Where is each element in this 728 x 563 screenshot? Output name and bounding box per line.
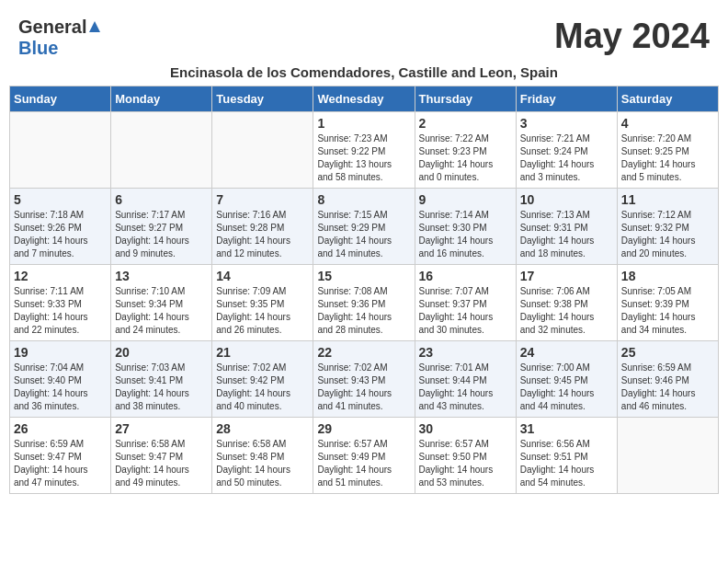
day-info: Sunrise: 7:09 AM Sunset: 9:35 PM Dayligh…	[216, 285, 309, 337]
calendar-cell: 7Sunrise: 7:16 AM Sunset: 9:28 PM Daylig…	[212, 189, 313, 265]
logo-triangle-icon	[89, 21, 100, 32]
day-info: Sunrise: 7:13 AM Sunset: 9:31 PM Dayligh…	[520, 209, 613, 260]
day-number: 26	[14, 421, 107, 436]
calendar-cell: 4Sunrise: 7:20 AM Sunset: 9:25 PM Daylig…	[617, 112, 718, 189]
day-header-thursday: Thursday	[415, 86, 516, 112]
day-info: Sunrise: 6:59 AM Sunset: 9:46 PM Dayligh…	[621, 362, 714, 413]
day-info: Sunrise: 7:20 AM Sunset: 9:25 PM Dayligh…	[621, 132, 714, 184]
day-header-tuesday: Tuesday	[212, 86, 313, 112]
day-number: 23	[419, 345, 512, 360]
day-number: 21	[216, 345, 309, 360]
day-number: 28	[216, 421, 309, 436]
day-info: Sunrise: 7:03 AM Sunset: 9:41 PM Dayligh…	[115, 362, 208, 413]
calendar-cell: 8Sunrise: 7:15 AM Sunset: 9:29 PM Daylig…	[313, 189, 415, 265]
calendar-cell: 10Sunrise: 7:13 AM Sunset: 9:31 PM Dayli…	[516, 189, 617, 265]
day-number: 25	[621, 345, 714, 360]
calendar-cell	[212, 112, 313, 189]
day-number: 30	[419, 421, 512, 436]
day-number: 16	[419, 269, 512, 283]
calendar-cell: 1Sunrise: 7:23 AM Sunset: 9:22 PM Daylig…	[313, 112, 415, 189]
day-header-monday: Monday	[111, 86, 212, 112]
calendar-cell: 12Sunrise: 7:11 AM Sunset: 9:33 PM Dayli…	[10, 265, 111, 341]
calendar-cell: 15Sunrise: 7:08 AM Sunset: 9:36 PM Dayli…	[313, 265, 415, 341]
month-year: May 2024	[554, 17, 710, 56]
page-header: General Blue May 2024	[9, 9, 719, 63]
calendar-cell: 3Sunrise: 7:21 AM Sunset: 9:24 PM Daylig…	[516, 112, 617, 189]
calendar-table: SundayMondayTuesdayWednesdayThursdayFrid…	[9, 86, 719, 494]
day-number: 24	[520, 345, 613, 360]
calendar-cell: 30Sunrise: 6:57 AM Sunset: 9:50 PM Dayli…	[415, 418, 516, 494]
calendar-cell: 9Sunrise: 7:14 AM Sunset: 9:30 PM Daylig…	[415, 189, 516, 265]
calendar-cell: 14Sunrise: 7:09 AM Sunset: 9:35 PM Dayli…	[212, 265, 313, 341]
calendar-cell: 26Sunrise: 6:59 AM Sunset: 9:47 PM Dayli…	[10, 418, 111, 494]
day-info: Sunrise: 7:08 AM Sunset: 9:36 PM Dayligh…	[317, 285, 410, 337]
day-number: 7	[216, 192, 309, 207]
day-number: 2	[419, 116, 512, 131]
day-info: Sunrise: 7:17 AM Sunset: 9:27 PM Dayligh…	[115, 209, 208, 260]
logo-general-text: General	[18, 17, 86, 38]
day-info: Sunrise: 6:56 AM Sunset: 9:51 PM Dayligh…	[520, 438, 613, 489]
day-number: 14	[216, 269, 309, 283]
calendar-cell	[617, 418, 718, 494]
day-info: Sunrise: 7:06 AM Sunset: 9:38 PM Dayligh…	[520, 285, 613, 337]
day-number: 17	[520, 269, 613, 283]
calendar-cell: 31Sunrise: 6:56 AM Sunset: 9:51 PM Dayli…	[516, 418, 617, 494]
calendar-cell: 29Sunrise: 6:57 AM Sunset: 9:49 PM Dayli…	[313, 418, 415, 494]
day-header-wednesday: Wednesday	[313, 86, 415, 112]
day-number: 15	[317, 269, 410, 283]
day-info: Sunrise: 7:18 AM Sunset: 9:26 PM Dayligh…	[14, 209, 107, 260]
day-number: 10	[520, 192, 613, 207]
day-info: Sunrise: 7:02 AM Sunset: 9:42 PM Dayligh…	[216, 362, 309, 413]
calendar-cell: 28Sunrise: 6:58 AM Sunset: 9:48 PM Dayli…	[212, 418, 313, 494]
day-number: 31	[520, 421, 613, 436]
day-number: 5	[14, 192, 107, 207]
calendar-cell: 19Sunrise: 7:04 AM Sunset: 9:40 PM Dayli…	[10, 341, 111, 418]
calendar-cell: 21Sunrise: 7:02 AM Sunset: 9:42 PM Dayli…	[212, 341, 313, 418]
day-number: 8	[317, 192, 410, 207]
day-header-saturday: Saturday	[617, 86, 718, 112]
day-number: 11	[621, 192, 714, 207]
day-number: 6	[115, 192, 208, 207]
day-number: 4	[621, 116, 714, 131]
calendar-cell: 16Sunrise: 7:07 AM Sunset: 9:37 PM Dayli…	[415, 265, 516, 341]
calendar-cell: 18Sunrise: 7:05 AM Sunset: 9:39 PM Dayli…	[617, 265, 718, 341]
calendar-cell: 25Sunrise: 6:59 AM Sunset: 9:46 PM Dayli…	[617, 341, 718, 418]
calendar-cell: 23Sunrise: 7:01 AM Sunset: 9:44 PM Dayli…	[415, 341, 516, 418]
day-info: Sunrise: 7:14 AM Sunset: 9:30 PM Dayligh…	[419, 209, 512, 260]
day-info: Sunrise: 7:21 AM Sunset: 9:24 PM Dayligh…	[520, 132, 613, 184]
calendar-cell: 2Sunrise: 7:22 AM Sunset: 9:23 PM Daylig…	[415, 112, 516, 189]
day-header-sunday: Sunday	[10, 86, 111, 112]
day-info: Sunrise: 6:58 AM Sunset: 9:48 PM Dayligh…	[216, 438, 309, 489]
calendar-cell: 5Sunrise: 7:18 AM Sunset: 9:26 PM Daylig…	[10, 189, 111, 265]
day-info: Sunrise: 7:05 AM Sunset: 9:39 PM Dayligh…	[621, 285, 714, 337]
day-number: 22	[317, 345, 410, 360]
calendar-cell: 11Sunrise: 7:12 AM Sunset: 9:32 PM Dayli…	[617, 189, 718, 265]
day-info: Sunrise: 6:58 AM Sunset: 9:47 PM Dayligh…	[115, 438, 208, 489]
calendar-cell: 6Sunrise: 7:17 AM Sunset: 9:27 PM Daylig…	[111, 189, 212, 265]
day-info: Sunrise: 7:12 AM Sunset: 9:32 PM Dayligh…	[621, 209, 714, 260]
calendar-cell: 20Sunrise: 7:03 AM Sunset: 9:41 PM Dayli…	[111, 341, 212, 418]
day-info: Sunrise: 7:10 AM Sunset: 9:34 PM Dayligh…	[115, 285, 208, 337]
page-subtitle: Encinasola de los Comendadores, Castille…	[9, 64, 719, 80]
day-info: Sunrise: 7:11 AM Sunset: 9:33 PM Dayligh…	[14, 285, 107, 337]
day-number: 20	[115, 345, 208, 360]
day-number: 19	[14, 345, 107, 360]
day-info: Sunrise: 6:57 AM Sunset: 9:50 PM Dayligh…	[419, 438, 512, 489]
day-info: Sunrise: 6:57 AM Sunset: 9:49 PM Dayligh…	[317, 438, 410, 489]
calendar-cell: 24Sunrise: 7:00 AM Sunset: 9:45 PM Dayli…	[516, 341, 617, 418]
day-number: 27	[115, 421, 208, 436]
day-number: 12	[14, 269, 107, 283]
calendar-cell: 17Sunrise: 7:06 AM Sunset: 9:38 PM Dayli…	[516, 265, 617, 341]
day-info: Sunrise: 7:22 AM Sunset: 9:23 PM Dayligh…	[419, 132, 512, 184]
day-info: Sunrise: 7:00 AM Sunset: 9:45 PM Dayligh…	[520, 362, 613, 413]
day-number: 13	[115, 269, 208, 283]
day-info: Sunrise: 7:15 AM Sunset: 9:29 PM Dayligh…	[317, 209, 410, 260]
day-info: Sunrise: 7:02 AM Sunset: 9:43 PM Dayligh…	[317, 362, 410, 413]
day-info: Sunrise: 7:04 AM Sunset: 9:40 PM Dayligh…	[14, 362, 107, 413]
day-info: Sunrise: 7:16 AM Sunset: 9:28 PM Dayligh…	[216, 209, 309, 260]
day-number: 18	[621, 269, 714, 283]
day-info: Sunrise: 7:07 AM Sunset: 9:37 PM Dayligh…	[419, 285, 512, 337]
calendar-cell	[111, 112, 212, 189]
calendar-cell: 22Sunrise: 7:02 AM Sunset: 9:43 PM Dayli…	[313, 341, 415, 418]
day-header-friday: Friday	[516, 86, 617, 112]
